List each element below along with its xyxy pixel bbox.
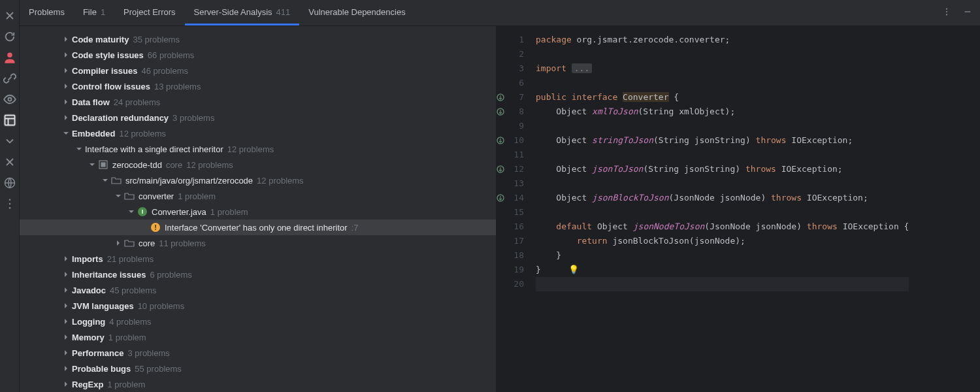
kebab-icon[interactable]	[939, 5, 954, 21]
bulb-icon[interactable]: 💡	[568, 263, 579, 277]
svg-point-0	[7, 53, 12, 58]
svg-rect-2	[5, 116, 14, 125]
svg-point-8	[946, 11, 947, 12]
svg-point-5	[8, 203, 10, 205]
svg-rect-11	[101, 163, 105, 167]
svg-point-9	[946, 14, 947, 15]
close-icon[interactable]	[3, 9, 16, 22]
override-icon[interactable]	[497, 106, 505, 116]
user-icon[interactable]	[3, 51, 16, 64]
tree-item-converter[interactable]: converter1 problem	[20, 188, 496, 204]
tree-item-data-flow[interactable]: Data flow24 problems	[20, 94, 496, 110]
eye-icon[interactable]	[3, 93, 16, 106]
folder-icon	[111, 175, 122, 186]
folder-icon	[124, 238, 135, 248]
tree-item-zerocode[interactable]: zerocode-tddcore12 problems	[20, 157, 496, 172]
tree-item-interface-single[interactable]: Interface with a single direct inheritor…	[20, 141, 496, 157]
tree-item-logging[interactable]: Logging4 problems	[20, 314, 496, 329]
tab-vulnerable-dependencies[interactable]: Vulnerable Dependencies	[299, 0, 414, 25]
svg-point-1	[8, 98, 11, 101]
tree-item-performance[interactable]: Performance3 problems	[20, 345, 496, 361]
tree-item-converter-java[interactable]: IConverter.java1 problem	[20, 204, 496, 220]
link-icon[interactable]	[3, 72, 16, 85]
interface-icon: I	[137, 206, 148, 217]
tabs-bar: Problems File1 Project Errors Server-Sid…	[20, 0, 980, 26]
problems-tree: Code maturity35 problems Code style issu…	[20, 26, 497, 392]
collapse-icon[interactable]	[3, 155, 16, 169]
tab-file[interactable]: File1	[74, 0, 114, 25]
left-icon-strip	[0, 0, 20, 392]
svg-text:!: !	[154, 223, 157, 231]
svg-point-6	[8, 207, 10, 209]
tree-item-inheritance[interactable]: Inheritance issues6 problems	[20, 267, 496, 282]
warning-icon: !	[150, 222, 161, 233]
preview-icon[interactable]	[3, 114, 16, 127]
globe-icon[interactable]	[3, 176, 16, 189]
tab-server-side-analysis[interactable]: Server-Side Analysis411	[185, 0, 300, 25]
svg-point-4	[8, 199, 10, 201]
tree-item-memory[interactable]: Memory1 problem	[20, 329, 496, 345]
refresh-icon[interactable]	[3, 30, 16, 43]
tree-item-embedded[interactable]: Embedded12 problems	[20, 125, 496, 141]
tree-item-regexp[interactable]: RegExp1 problem	[20, 376, 496, 392]
tree-item-src-path[interactable]: src/main/java/org/jsmart/zerocode12 prob…	[20, 172, 496, 188]
tree-item-probable-bugs[interactable]: Probable bugs55 problems	[20, 361, 496, 376]
tree-item-core[interactable]: core11 problems	[20, 235, 496, 251]
override-icon[interactable]	[497, 135, 505, 144]
tab-project-errors[interactable]: Project Errors	[114, 0, 184, 25]
tree-item-compiler[interactable]: Compiler issues46 problems	[20, 63, 496, 78]
tree-item-code-maturity[interactable]: Code maturity35 problems	[20, 31, 496, 47]
more-icon[interactable]	[3, 197, 16, 210]
code-body[interactable]: package org.jsmart.zerocode.converter; i…	[529, 26, 909, 392]
tree-item-decl-redundancy[interactable]: Declaration redundancy3 problems	[20, 110, 496, 125]
folder-icon	[124, 191, 135, 201]
editor[interactable]: 1 2 3 6 7 8 9 10 11 12 13 14 15 16 17 18	[497, 26, 980, 392]
tree-item-jvm[interactable]: JVM languages10 problems	[20, 298, 496, 314]
expand-icon[interactable]	[3, 135, 16, 148]
override-icon[interactable]	[497, 164, 505, 173]
tree-item-imports[interactable]: Imports21 problems	[20, 251, 496, 267]
tree-item-code-style[interactable]: Code style issues66 problems	[20, 47, 496, 63]
gutter: 1 2 3 6 7 8 9 10 11 12 13 14 15 16 17 18	[497, 26, 529, 392]
tree-item-control-flow[interactable]: Control flow issues13 problems	[20, 78, 496, 94]
tree-item-warning[interactable]: !Interface 'Converter' has only one dire…	[20, 220, 496, 235]
svg-text:I: I	[142, 208, 144, 215]
svg-point-7	[946, 8, 947, 10]
module-icon	[98, 159, 108, 170]
override-icon[interactable]	[497, 92, 505, 101]
tree-item-javadoc[interactable]: Javadoc45 problems	[20, 282, 496, 298]
minimize-icon[interactable]	[960, 5, 975, 21]
tab-problems[interactable]: Problems	[20, 0, 74, 25]
override-icon[interactable]	[497, 193, 505, 202]
